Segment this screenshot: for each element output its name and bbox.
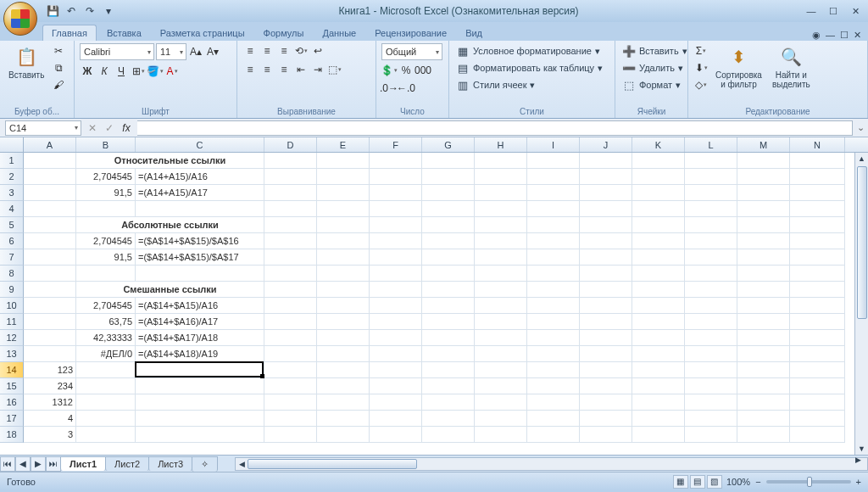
cell-M10[interactable] [737, 298, 790, 314]
cell-F12[interactable] [370, 330, 422, 346]
cell-H3[interactable] [475, 185, 527, 201]
cell-H16[interactable] [475, 394, 527, 411]
cell-B9[interactable]: Смешанные ссылки [76, 282, 264, 298]
scroll-right-button[interactable]: ▶ [855, 456, 867, 472]
cell-G4[interactable] [422, 201, 475, 217]
cell-D14[interactable] [264, 362, 317, 378]
decrease-decimal-button[interactable]: ←.0 [398, 81, 414, 96]
cell-L5[interactable] [685, 217, 737, 233]
insert-cells-button[interactable]: ➕Вставить ▾ [620, 43, 689, 59]
row-header-3[interactable]: 3 [0, 185, 24, 201]
row-header-1[interactable]: 1 [0, 153, 24, 169]
decrease-font-button[interactable]: A▾ [205, 44, 220, 59]
cell-C11[interactable]: =(A$14+$A16)/A17 [136, 314, 264, 330]
cell-N9[interactable] [790, 282, 845, 298]
cell-G15[interactable] [422, 378, 475, 394]
cell-G10[interactable] [422, 298, 475, 314]
row-header-16[interactable]: 16 [0, 394, 24, 411]
cell-I18[interactable] [527, 427, 580, 443]
sheet-tab-3[interactable]: Лист3 [148, 456, 192, 471]
cell-F15[interactable] [370, 378, 422, 394]
cell-F17[interactable] [370, 411, 422, 427]
row-header-10[interactable]: 10 [0, 298, 24, 314]
cell-H15[interactable] [475, 378, 527, 394]
cell-A5[interactable] [24, 217, 76, 233]
tab-insert[interactable]: Вставка [98, 25, 150, 41]
cell-K16[interactable] [632, 394, 685, 411]
underline-button[interactable]: Ч [114, 64, 129, 79]
cell-H17[interactable] [475, 411, 527, 427]
row-header-12[interactable]: 12 [0, 330, 24, 346]
row-header-6[interactable]: 6 [0, 233, 24, 249]
zoom-slider[interactable] [766, 480, 851, 484]
cell-C15[interactable] [136, 378, 264, 394]
cell-I8[interactable] [527, 266, 580, 282]
cell-N5[interactable] [790, 217, 845, 233]
tab-review[interactable]: Рецензирование [366, 25, 455, 41]
cell-F3[interactable] [370, 185, 422, 201]
cell-B16[interactable] [76, 394, 136, 411]
zoom-level[interactable]: 100% [726, 477, 750, 487]
row-header-18[interactable]: 18 [0, 427, 24, 443]
row-header-8[interactable]: 8 [0, 266, 24, 282]
cell-A7[interactable] [24, 249, 76, 266]
cell-L6[interactable] [685, 233, 737, 249]
name-box[interactable]: C14 [5, 120, 81, 136]
percent-button[interactable]: % [398, 63, 414, 78]
row-header-15[interactable]: 15 [0, 378, 24, 394]
normal-view-button[interactable]: ▦ [673, 475, 688, 489]
cell-M1[interactable] [737, 153, 790, 169]
cell-I13[interactable] [527, 346, 580, 362]
column-header-I[interactable]: I [527, 137, 580, 152]
cell-K6[interactable] [632, 233, 685, 249]
cell-G1[interactable] [422, 153, 475, 169]
cell-H13[interactable] [475, 346, 527, 362]
cell-N7[interactable] [790, 249, 845, 266]
cell-D6[interactable] [264, 233, 317, 249]
cell-K7[interactable] [632, 249, 685, 266]
cell-F14[interactable] [370, 362, 422, 378]
paste-button[interactable]: 📋 Вставить [5, 43, 47, 81]
cell-A6[interactable] [24, 233, 76, 249]
cell-G5[interactable] [422, 217, 475, 233]
cell-M18[interactable] [737, 427, 790, 443]
cell-L1[interactable] [685, 153, 737, 169]
cell-I17[interactable] [527, 411, 580, 427]
cell-F4[interactable] [370, 201, 422, 217]
sheet-nav-first[interactable]: ⏮ [0, 456, 15, 472]
format-cells-button[interactable]: ⬚Формат ▾ [620, 77, 682, 92]
cell-A11[interactable] [24, 314, 76, 330]
row-header-13[interactable]: 13 [0, 346, 24, 362]
align-middle-button[interactable]: ≡ [259, 43, 275, 59]
cell-E4[interactable] [317, 201, 370, 217]
ribbon-restore-button[interactable]: ☐ [840, 30, 849, 41]
cell-C16[interactable] [136, 394, 264, 411]
cell-G8[interactable] [422, 266, 475, 282]
cell-L12[interactable] [685, 330, 737, 346]
cell-M3[interactable] [737, 185, 790, 201]
cell-A8[interactable] [24, 266, 76, 282]
cell-F9[interactable] [370, 282, 422, 298]
column-header-F[interactable]: F [370, 137, 422, 152]
number-format-combo[interactable]: Общий [381, 43, 442, 60]
cell-B12[interactable]: 42,33333 [76, 330, 136, 346]
cell-M6[interactable] [737, 233, 790, 249]
cell-H1[interactable] [475, 153, 527, 169]
cell-H2[interactable] [475, 169, 527, 185]
cell-F8[interactable] [370, 266, 422, 282]
zoom-out-button[interactable]: − [755, 477, 760, 487]
column-header-E[interactable]: E [317, 137, 370, 152]
ribbon-minimize-button[interactable]: — [826, 30, 835, 41]
cell-N4[interactable] [790, 201, 845, 217]
cell-B18[interactable] [76, 427, 136, 443]
cell-J8[interactable] [580, 266, 632, 282]
cell-D12[interactable] [264, 330, 317, 346]
align-top-button[interactable]: ≡ [242, 43, 258, 59]
cell-J10[interactable] [580, 298, 632, 314]
cell-E16[interactable] [317, 394, 370, 411]
row-header-9[interactable]: 9 [0, 282, 24, 298]
cell-N18[interactable] [790, 427, 845, 443]
cell-M5[interactable] [737, 217, 790, 233]
cell-A14[interactable]: 123 [24, 362, 76, 378]
cell-M13[interactable] [737, 346, 790, 362]
